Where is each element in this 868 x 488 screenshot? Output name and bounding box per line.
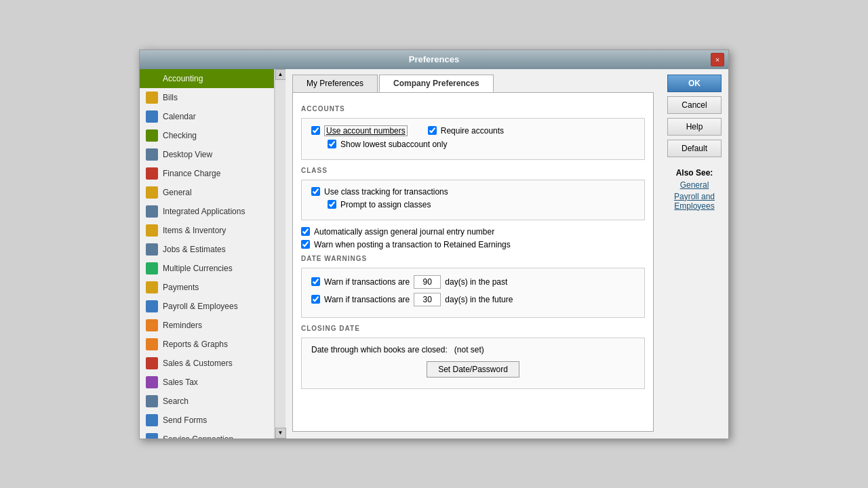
icon-checking bbox=[145, 129, 159, 142]
show-lowest-subaccount-checkbox[interactable] bbox=[328, 140, 336, 148]
sidebar-label-payroll-employees: Payroll & Employees bbox=[163, 302, 238, 311]
sidebar-item-multiple-currencies[interactable]: Multiple Currencies bbox=[140, 259, 274, 278]
warn-past-row: Warn if transactions are day(s) in the p… bbox=[311, 275, 635, 289]
also-see-general-link[interactable]: General bbox=[674, 180, 715, 190]
sidebar-item-checking[interactable]: Checking bbox=[140, 126, 274, 145]
icon-calendar bbox=[145, 110, 159, 123]
sidebar-item-jobs-estimates[interactable]: Jobs & Estimates bbox=[140, 240, 274, 259]
icon-items-inventory bbox=[145, 224, 159, 237]
warn-future-row: Warn if transactions are day(s) in the f… bbox=[311, 293, 635, 306]
dialog-title: Preferences bbox=[409, 54, 459, 64]
warn-posting-row: Warn when posting a transaction to Retai… bbox=[301, 240, 645, 249]
right-panel: OK Cancel Help Default Also See: General… bbox=[660, 69, 728, 439]
icon-desktop-view bbox=[145, 148, 159, 161]
warn-future-checkbox[interactable] bbox=[311, 295, 320, 304]
sidebar-label-search: Search bbox=[163, 396, 189, 406]
icon-bills bbox=[145, 91, 159, 104]
require-accounts-checkbox[interactable] bbox=[428, 126, 437, 135]
auto-assign-label: Automatically assign general journal ent… bbox=[314, 227, 494, 237]
prompt-assign-label: Prompt to assign classes bbox=[340, 200, 431, 209]
sidebar-item-send-forms[interactable]: Send Forms bbox=[140, 411, 274, 430]
sidebar-item-payroll-employees[interactable]: Payroll & Employees bbox=[140, 297, 274, 316]
sidebar-item-reminders[interactable]: Reminders bbox=[140, 316, 274, 335]
closing-date-value: (not set) bbox=[454, 345, 484, 354]
sidebar-label-calendar: Calendar bbox=[163, 112, 196, 121]
main-area: My PreferencesCompany Preferences ACCOUN… bbox=[285, 69, 660, 439]
sidebar-item-general[interactable]: General bbox=[140, 183, 274, 202]
warn-past-days-input[interactable] bbox=[414, 275, 441, 289]
sidebar-label-sales-customers: Sales & Customers bbox=[163, 359, 233, 368]
sidebar-label-reminders: Reminders bbox=[163, 321, 202, 330]
icon-jobs-estimates bbox=[145, 243, 159, 256]
default-button[interactable]: Default bbox=[667, 140, 722, 157]
warn-future-days-input[interactable] bbox=[414, 293, 441, 306]
require-accounts-check-row: Require accounts bbox=[428, 126, 504, 136]
icon-payments bbox=[145, 281, 159, 294]
closing-date-row: Date through which books are closed: (no… bbox=[311, 345, 635, 354]
icon-multiple-currencies bbox=[145, 262, 159, 275]
dialog-body: AccountingBillsCalendarCheckingDesktop V… bbox=[140, 69, 728, 439]
class-header: CLASS bbox=[301, 167, 645, 174]
use-class-tracking-row: Use class tracking for transactions bbox=[311, 187, 635, 197]
sidebar-item-reports-graphs[interactable]: Reports & Graphs bbox=[140, 335, 274, 354]
sidebar-label-checking: Checking bbox=[163, 131, 197, 140]
tab-company-preferences[interactable]: Company Preferences bbox=[379, 75, 494, 92]
scroll-down-arrow[interactable]: ▼ bbox=[275, 428, 286, 439]
sidebar-item-bills[interactable]: Bills bbox=[140, 88, 274, 107]
auto-assign-checkbox[interactable] bbox=[301, 227, 310, 236]
sidebar-label-items-inventory: Items & Inventory bbox=[163, 226, 226, 235]
sidebar-scrollbar[interactable]: ▲ ▼ bbox=[275, 69, 285, 439]
tab-my-preferences[interactable]: My Preferences bbox=[292, 75, 378, 92]
show-lowest-subaccount-row: Show lowest subaccount only bbox=[328, 140, 635, 149]
use-class-tracking-label: Use class tracking for transactions bbox=[324, 187, 448, 197]
sidebar-label-finance-charge: Finance Charge bbox=[163, 169, 220, 178]
date-warnings-header: DATE WARNINGS bbox=[301, 255, 645, 262]
title-bar: Preferences × bbox=[140, 50, 728, 69]
prompt-assign-checkbox[interactable] bbox=[328, 200, 336, 209]
icon-send-forms bbox=[145, 413, 159, 427]
scroll-up-arrow[interactable]: ▲ bbox=[275, 69, 286, 80]
class-section: Use class tracking for transactions Prom… bbox=[301, 180, 645, 220]
also-see-payroll-link[interactable]: Payroll andEmployees bbox=[674, 192, 715, 211]
sidebar-item-calendar[interactable]: Calendar bbox=[140, 107, 274, 126]
sidebar-item-desktop-view[interactable]: Desktop View bbox=[140, 145, 274, 164]
help-button[interactable]: Help bbox=[667, 118, 722, 136]
sidebar-label-reports-graphs: Reports & Graphs bbox=[163, 340, 228, 349]
sidebar-label-general: General bbox=[163, 188, 192, 197]
warn-past-label: Warn if transactions are bbox=[324, 277, 410, 287]
sidebar-item-finance-charge[interactable]: Finance Charge bbox=[140, 164, 274, 183]
sidebar-label-jobs-estimates: Jobs & Estimates bbox=[163, 245, 226, 254]
use-account-numbers-checkbox[interactable] bbox=[311, 126, 320, 135]
sidebar-item-sales-tax[interactable]: Sales Tax bbox=[140, 373, 274, 392]
sidebar-label-service-connection: Service Connection bbox=[163, 434, 233, 439]
icon-general bbox=[145, 186, 159, 199]
sidebar-label-sales-tax: Sales Tax bbox=[163, 378, 198, 387]
use-account-numbers-label: Use account numbers bbox=[324, 125, 408, 136]
sidebar-item-search[interactable]: Search bbox=[140, 392, 274, 411]
sidebar-item-payments[interactable]: Payments bbox=[140, 278, 274, 297]
sidebar-label-accounting: Accounting bbox=[163, 74, 203, 83]
sidebar-label-send-forms: Send Forms bbox=[163, 415, 207, 425]
icon-integrated-applications bbox=[145, 205, 159, 218]
use-account-numbers-check-row: Use account numbers bbox=[311, 125, 408, 136]
accounts-header: ACCOUNTS bbox=[301, 105, 645, 113]
scroll-track bbox=[275, 80, 285, 428]
sidebar-item-service-connection[interactable]: Service Connection bbox=[140, 430, 274, 439]
require-accounts-label: Require accounts bbox=[441, 126, 504, 136]
ok-button[interactable]: OK bbox=[667, 75, 722, 92]
set-date-password-button[interactable]: Set Date/Password bbox=[427, 361, 519, 378]
sidebar-item-accounting[interactable]: Accounting bbox=[140, 69, 274, 88]
close-button[interactable]: × bbox=[711, 53, 724, 66]
sidebar-item-integrated-applications[interactable]: Integrated Applications bbox=[140, 202, 274, 221]
icon-sales-tax bbox=[145, 375, 159, 389]
warn-past-checkbox[interactable] bbox=[311, 277, 320, 286]
sidebar: AccountingBillsCalendarCheckingDesktop V… bbox=[140, 69, 275, 439]
icon-reports-graphs bbox=[145, 338, 159, 351]
warn-future-label: Warn if transactions are bbox=[324, 295, 410, 304]
warn-posting-checkbox[interactable] bbox=[301, 240, 310, 249]
cancel-button[interactable]: Cancel bbox=[667, 96, 722, 114]
warn-future-suffix: day(s) in the future bbox=[445, 295, 513, 304]
sidebar-item-sales-customers[interactable]: Sales & Customers bbox=[140, 354, 274, 373]
use-class-tracking-checkbox[interactable] bbox=[311, 187, 320, 196]
sidebar-item-items-inventory[interactable]: Items & Inventory bbox=[140, 221, 274, 240]
